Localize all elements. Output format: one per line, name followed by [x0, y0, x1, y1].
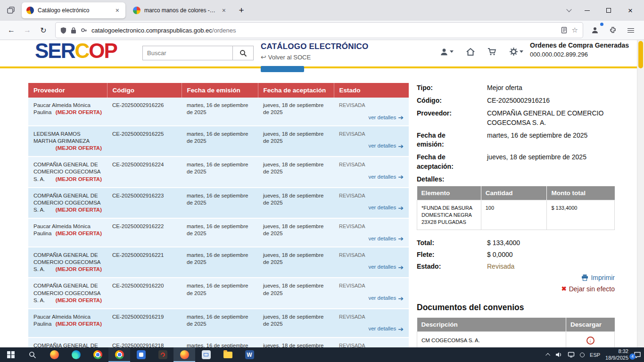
- network-icon[interactable]: [568, 352, 575, 358]
- notification-count-badge: 4: [629, 354, 636, 360]
- cart-icon[interactable]: [487, 48, 497, 56]
- status-cell: REVISADA ver detalles➔: [334, 98, 409, 126]
- status-cell: REVISADA ver detalles➔: [334, 188, 409, 219]
- arrow-right-icon: ➔: [398, 143, 404, 149]
- tab-search-result[interactable]: marco manos de colores - Busc ×: [128, 2, 232, 18]
- orders-generated-title: Ordenes de Compra Generadas: [530, 41, 639, 49]
- permissions-key-icon[interactable]: [81, 27, 87, 33]
- ver-detalles-link[interactable]: ver detalles➔: [368, 173, 404, 181]
- field-label: Detalles:: [417, 175, 472, 184]
- ver-detalles-link[interactable]: ver detalles➔: [368, 142, 404, 149]
- dejar-sin-efecto-link[interactable]: ✖ Dejar sin efecto: [561, 285, 615, 293]
- tab-catalogo-electronico[interactable]: Catálogo electrónico ×: [22, 2, 125, 18]
- ver-detalles-link[interactable]: ver detalles➔: [368, 295, 404, 302]
- forward-button[interactable]: →: [20, 23, 35, 37]
- tab-close-icon[interactable]: ×: [221, 7, 227, 14]
- shield-icon[interactable]: [60, 27, 66, 34]
- ver-detalles-link[interactable]: ver detalles➔: [368, 114, 404, 121]
- arrow-right-icon: ➔: [398, 173, 404, 180]
- language-indicator[interactable]: ESP: [590, 352, 600, 358]
- item-element: *FUNDA DE BASURA DOMESTICA NEGRA 23X28 P…: [417, 200, 481, 230]
- tab-close-icon[interactable]: ×: [114, 7, 121, 14]
- volver-soce-link[interactable]: ↩Volver al SOCE: [261, 53, 368, 61]
- download-icon[interactable]: ↓: [586, 337, 594, 345]
- menu-hamburger-icon[interactable]: [623, 23, 638, 37]
- account-icon[interactable]: [587, 23, 603, 37]
- acrobat-taskbar-icon[interactable]: [152, 347, 173, 362]
- start-button[interactable]: [0, 347, 22, 362]
- settings-gear-icon[interactable]: [509, 47, 523, 56]
- truncated-blue-button[interactable]: [261, 66, 304, 72]
- table-row: COMPAÑIA GENERAL DE COMERCIO COGECOMSA S…: [28, 156, 409, 188]
- acceptance-date: jueves, 18 de septiembre de 2025: [258, 218, 334, 247]
- page-title: CATÁLOGO ELECTRÓNICO: [261, 42, 368, 51]
- minimize-button[interactable]: [576, 0, 598, 21]
- page-scrollbar[interactable]: [637, 40, 644, 347]
- url-text: catalogoelectronico.compraspublicas.gob.…: [91, 27, 557, 34]
- table-header-row: Descripción Descargar: [417, 318, 615, 332]
- column-header-codigo: Código: [107, 83, 182, 98]
- file-explorer-taskbar-icon[interactable]: [217, 347, 239, 362]
- column-header-cantidad: Cantidad: [481, 186, 547, 200]
- ver-detalles-link[interactable]: ver detalles➔: [368, 204, 404, 211]
- scrollbar-thumb[interactable]: [638, 41, 643, 68]
- chrome-taskbar-icon[interactable]: [87, 347, 108, 362]
- reload-button[interactable]: ↻: [36, 23, 51, 37]
- provider-name: COMPAÑIA GENERAL DE COMERCIO COGECOMSA S…: [33, 343, 100, 347]
- order-code: CE-20250002916222: [107, 218, 182, 247]
- windows-taskbar: W ESP 8:3218/9/2025 4: [0, 347, 644, 362]
- firefox-view-icon[interactable]: [3, 3, 19, 18]
- lock-icon[interactable]: [71, 27, 76, 34]
- status-cell: REVISADA ver detalles➔: [334, 126, 409, 157]
- blue-app-taskbar-icon[interactable]: [130, 347, 152, 362]
- web-page: SERCOP CATÁLOGO ELECTRÓNICO ↩Volver al S…: [0, 40, 644, 347]
- table-row: LEDESMA RAMOS MARTHA GRIMANEZA (MEJOR OF…: [28, 126, 409, 157]
- maximize-button[interactable]: [598, 0, 619, 21]
- bookmark-star-icon[interactable]: ☆: [572, 26, 578, 34]
- volume-icon[interactable]: [555, 352, 562, 358]
- ver-detalles-link[interactable]: ver detalles➔: [368, 263, 404, 271]
- order-code: CE-20250002916219: [107, 309, 182, 337]
- tray-status-icon[interactable]: [580, 353, 585, 357]
- firefox-active-taskbar-icon[interactable]: [173, 347, 195, 362]
- ver-detalles-link[interactable]: ver detalles➔: [368, 235, 404, 242]
- column-header-monto: Monto total: [547, 186, 615, 200]
- sercop-logo[interactable]: SERCOP: [35, 40, 117, 63]
- tray-expand-icon[interactable]: [545, 353, 550, 358]
- status-label: REVISADA: [339, 223, 404, 230]
- search-button[interactable]: [233, 46, 254, 60]
- back-button[interactable]: ←: [4, 23, 19, 37]
- status-cell: REVISADA ver detalles➔: [334, 218, 409, 247]
- url-bar[interactable]: catalogoelectronico.compraspublicas.gob.…: [56, 23, 583, 38]
- search-input[interactable]: [142, 46, 233, 60]
- app-window-taskbar-icon[interactable]: [195, 347, 217, 362]
- item-quantity: 100: [481, 200, 547, 230]
- imprimir-link[interactable]: Imprimir: [581, 274, 615, 281]
- list-all-tabs-icon[interactable]: [562, 9, 576, 11]
- taskbar-search-button[interactable]: [22, 347, 43, 362]
- clock[interactable]: 8:3218/9/2025: [605, 348, 628, 362]
- table-row: CM COGECOMSA S. A. ↓: [417, 331, 615, 347]
- edge-taskbar-icon[interactable]: [65, 347, 87, 362]
- order-code: CE-20250002916220: [107, 278, 182, 309]
- word-taskbar-icon[interactable]: W: [239, 347, 260, 362]
- ver-detalles-link[interactable]: ver detalles➔: [368, 325, 404, 332]
- chrome-taskbar-icon-2[interactable]: [108, 347, 130, 362]
- firefox-taskbar-icon[interactable]: [43, 347, 65, 362]
- table-row: Paucar Almeida Mónica Paulina (MEJOR OFE…: [28, 218, 409, 247]
- emission-date: martes, 16 de septiembre de 2025: [182, 98, 258, 126]
- user-menu-icon[interactable]: [440, 48, 454, 56]
- home-icon[interactable]: [466, 48, 475, 56]
- close-button[interactable]: ×: [619, 0, 641, 21]
- table-header-row: Elemento Cantidad Monto total: [417, 186, 615, 200]
- emission-date: martes, 16 de septiembre de 2025: [182, 278, 258, 309]
- column-header-descripcion: Descripción: [417, 318, 566, 332]
- status-cell: REVISADA ver detalles➔: [334, 337, 409, 347]
- windows-logo-icon: [7, 351, 15, 359]
- reader-view-icon[interactable]: [561, 27, 568, 33]
- new-tab-button[interactable]: +: [234, 3, 249, 18]
- table-row: Paucar Almeida Mónica Paulina (MEJOR OFE…: [28, 309, 409, 337]
- extensions-icon[interactable]: [605, 23, 620, 37]
- column-header-proveedor: Proveedor: [28, 83, 107, 98]
- notification-center-icon[interactable]: 4: [634, 352, 641, 358]
